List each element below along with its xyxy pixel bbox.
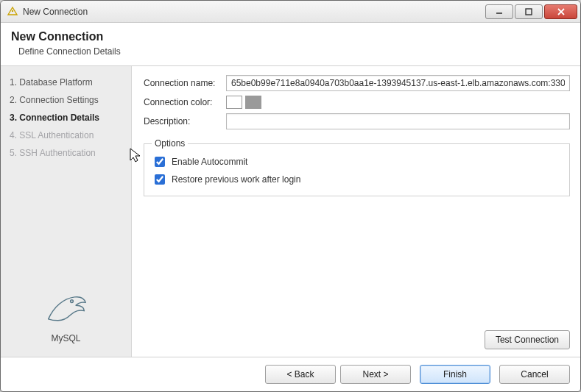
database-logo-label: MySQL bbox=[51, 333, 80, 343]
wizard-header: New Connection Define Connection Details bbox=[1, 23, 580, 66]
enable-autocommit-checkbox[interactable] bbox=[155, 157, 165, 167]
restore-work-checkbox[interactable] bbox=[155, 174, 165, 185]
database-logo: MySQL bbox=[1, 277, 131, 357]
connection-name-input[interactable] bbox=[226, 75, 570, 91]
window-title: New Connection bbox=[23, 7, 88, 17]
connection-name-label: Connection name: bbox=[144, 78, 226, 88]
step-connection-details[interactable]: 3. Connection Details bbox=[1, 109, 131, 126]
row-description: Description: bbox=[144, 113, 570, 129]
close-button[interactable] bbox=[544, 4, 577, 19]
app-icon bbox=[7, 6, 18, 18]
page-subtitle: Define Connection Details bbox=[11, 46, 570, 57]
row-connection-name: Connection name: bbox=[144, 75, 570, 91]
svg-point-0 bbox=[12, 10, 13, 11]
window-controls bbox=[485, 4, 577, 19]
wizard-footer: < Back Next > Finish Cancel bbox=[1, 357, 580, 391]
row-connection-color: Connection color: bbox=[144, 96, 570, 109]
step-database-platform[interactable]: 1. Database Platform bbox=[1, 74, 131, 91]
titlebar[interactable]: New Connection bbox=[1, 1, 580, 23]
options-fieldset: Options Enable Autocommit Restore previo… bbox=[144, 138, 570, 196]
svg-rect-2 bbox=[526, 9, 532, 15]
dialog-window: New Connection New Connection Define Con… bbox=[0, 0, 581, 392]
step-ssl-authentication: 4. SSL Authentication bbox=[1, 126, 131, 144]
wizard-steps-sidebar: 1. Database Platform 2. Connection Setti… bbox=[1, 66, 132, 357]
page-title: New Connection bbox=[11, 30, 570, 43]
mysql-dolphin-icon bbox=[44, 285, 88, 329]
finish-button[interactable]: Finish bbox=[420, 365, 490, 384]
wizard-body: 1. Database Platform 2. Connection Setti… bbox=[1, 66, 580, 357]
color-swatch-grey[interactable] bbox=[245, 96, 261, 109]
step-ssh-authentication: 5. SSH Authentication bbox=[1, 144, 131, 162]
enable-autocommit-label: Enable Autocommit bbox=[172, 157, 247, 167]
cancel-button[interactable]: Cancel bbox=[499, 365, 570, 384]
restore-work-label: Restore previous work after login bbox=[172, 174, 300, 185]
next-button[interactable]: Next > bbox=[340, 365, 411, 384]
option-restore-work[interactable]: Restore previous work after login bbox=[152, 171, 562, 188]
step-connection-settings[interactable]: 2. Connection Settings bbox=[1, 91, 131, 109]
option-enable-autocommit[interactable]: Enable Autocommit bbox=[152, 153, 562, 171]
options-legend: Options bbox=[152, 138, 188, 149]
wizard-main-panel: Connection name: Connection color: Descr… bbox=[132, 66, 580, 357]
color-swatch-none[interactable] bbox=[226, 96, 242, 109]
maximize-button[interactable] bbox=[515, 4, 543, 19]
connection-color-label: Connection color: bbox=[144, 97, 226, 107]
minimize-button[interactable] bbox=[485, 4, 513, 19]
back-button[interactable]: < Back bbox=[265, 365, 336, 384]
description-input[interactable] bbox=[226, 113, 570, 129]
description-label: Description: bbox=[144, 116, 226, 126]
test-connection-button[interactable]: Test Connection bbox=[485, 330, 570, 349]
